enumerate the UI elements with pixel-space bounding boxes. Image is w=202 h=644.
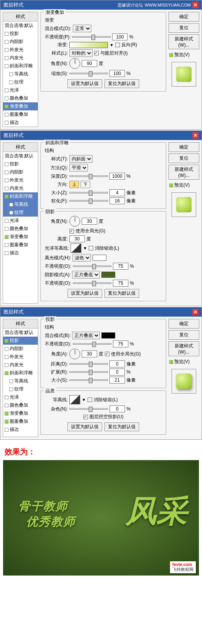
- reverse-checkbox[interactable]: [115, 43, 120, 47]
- sidebar-item[interactable]: 光泽: [3, 393, 38, 401]
- blend-mode-select[interactable]: 正片叠底: [72, 332, 100, 339]
- sidebar-item[interactable]: 斜面和浮雕: [3, 62, 38, 70]
- checkbox-icon[interactable]: [5, 227, 8, 231]
- shadow-mode-select[interactable]: 正片叠底: [72, 271, 100, 279]
- antialias-checkbox[interactable]: [89, 246, 93, 250]
- sidebar-item[interactable]: 投影: [3, 30, 38, 38]
- cancel-button[interactable]: 复位: [168, 330, 199, 340]
- sidebar-item[interactable]: 颜色叠加: [3, 94, 38, 102]
- opacity-slider[interactable]: [72, 36, 111, 38]
- reset-default-button[interactable]: 复位为默认值: [104, 422, 139, 431]
- sidebar-item[interactable]: 纹理: [3, 385, 38, 393]
- global-light-checkbox[interactable]: [69, 229, 74, 234]
- sidebar-item[interactable]: 图案叠加: [3, 417, 38, 425]
- direction-up[interactable]: 上: [69, 181, 79, 188]
- sidebar-item[interactable]: 斜面和浮雕: [3, 369, 38, 377]
- sidebar-item[interactable]: 内阴影: [3, 168, 38, 176]
- noise-slider[interactable]: [69, 408, 108, 410]
- cancel-button[interactable]: 复位: [168, 153, 199, 163]
- shadow-color[interactable]: [101, 332, 115, 339]
- style-select[interactable]: 对称的: [69, 49, 93, 57]
- size-input[interactable]: [109, 377, 125, 384]
- checkbox-icon[interactable]: [5, 251, 8, 255]
- checkbox-icon[interactable]: [5, 162, 8, 166]
- sidebar-item[interactable]: 内发光: [3, 184, 38, 192]
- opacity-input[interactable]: [113, 340, 128, 347]
- sidebar-item[interactable]: 光泽: [3, 217, 38, 225]
- reset-default-button[interactable]: 复位为默认值: [104, 289, 139, 298]
- sidebar-item[interactable]: 渐变叠加: [3, 102, 38, 110]
- checkbox-icon[interactable]: [5, 355, 8, 359]
- checkbox-icon[interactable]: [5, 339, 8, 343]
- checkbox-icon[interactable]: [5, 48, 8, 52]
- checkbox-icon[interactable]: [5, 404, 8, 407]
- make-default-button[interactable]: 设置为默认值: [67, 422, 102, 431]
- checkbox-icon[interactable]: [5, 64, 8, 68]
- sidebar-item[interactable]: 光泽: [3, 86, 38, 94]
- distance-slider[interactable]: [69, 363, 108, 365]
- opacity-input[interactable]: [112, 33, 128, 40]
- checkbox-icon[interactable]: [9, 211, 13, 215]
- checkbox-icon[interactable]: [5, 121, 8, 125]
- reset-default-button[interactable]: 复位为默认值: [104, 79, 139, 88]
- checkbox-icon[interactable]: [9, 379, 13, 383]
- checkbox-icon[interactable]: [9, 203, 13, 207]
- global-light-checkbox[interactable]: [105, 352, 109, 356]
- checkbox-icon[interactable]: [5, 179, 8, 182]
- sidebar-item[interactable]: 纹理: [3, 78, 38, 86]
- sidebar-item[interactable]: 外发光: [3, 176, 38, 184]
- checkbox-icon[interactable]: [5, 347, 8, 351]
- spread-slider[interactable]: [69, 371, 108, 373]
- make-default-button[interactable]: 设置为默认值: [67, 79, 102, 88]
- scale-slider[interactable]: [69, 73, 108, 74]
- close-icon[interactable]: ✕: [192, 309, 199, 315]
- sidebar-item[interactable]: 图案叠加: [3, 110, 38, 118]
- distance-input[interactable]: [109, 360, 125, 367]
- new-style-button[interactable]: 新建样式(W)...: [168, 165, 199, 180]
- sidebar-item[interactable]: 内阴影: [3, 38, 38, 46]
- preview-checkbox[interactable]: [169, 184, 173, 187]
- soften-input[interactable]: [109, 197, 125, 204]
- spread-input[interactable]: [109, 369, 125, 375]
- sidebar-blending[interactable]: 混合选项:默认: [3, 22, 38, 30]
- sidebar-item[interactable]: 内阴影: [3, 345, 38, 353]
- sidebar-item[interactable]: 外发光: [3, 46, 38, 54]
- depth-slider[interactable]: [69, 175, 108, 177]
- sidebar-item[interactable]: 描边: [3, 425, 38, 434]
- angle-dial[interactable]: [69, 349, 80, 359]
- angle-input[interactable]: [82, 350, 97, 357]
- angle-dial[interactable]: [69, 58, 80, 69]
- highlight-mode-select[interactable]: 滤色: [72, 254, 91, 262]
- sidebar-item[interactable]: 图案叠加: [3, 241, 38, 249]
- sidebar-item[interactable]: 纹理: [3, 209, 38, 217]
- sidebar-item[interactable]: 渐变叠加: [3, 409, 38, 417]
- checkbox-icon[interactable]: [9, 387, 13, 391]
- checkbox-icon[interactable]: [5, 243, 8, 247]
- sh-opacity-input[interactable]: [113, 280, 128, 287]
- noise-input[interactable]: [109, 405, 125, 412]
- checkbox-icon[interactable]: [9, 80, 13, 84]
- sidebar-item[interactable]: 等高线: [3, 377, 38, 385]
- hl-opacity-slider[interactable]: [73, 265, 111, 267]
- ok-button[interactable]: 确定: [168, 142, 199, 152]
- checkbox-icon[interactable]: [5, 395, 8, 399]
- checkbox-icon[interactable]: [5, 88, 8, 92]
- sidebar-item[interactable]: 描边: [3, 249, 38, 257]
- checkbox-icon[interactable]: [5, 235, 8, 239]
- checkbox-icon[interactable]: [5, 40, 8, 44]
- bevel-style-select[interactable]: 内斜面: [69, 155, 93, 163]
- size-slider[interactable]: [69, 192, 108, 194]
- angle-input[interactable]: [82, 60, 97, 67]
- checkbox-icon[interactable]: [5, 56, 8, 60]
- sidebar-blending[interactable]: 混合选项:默认: [3, 329, 38, 337]
- checkbox-icon[interactable]: [5, 363, 8, 367]
- checkbox-icon[interactable]: [5, 105, 8, 108]
- direction-down[interactable]: 下: [81, 181, 90, 188]
- depth-input[interactable]: [109, 173, 125, 180]
- antialias-checkbox[interactable]: [88, 397, 92, 402]
- hl-opacity-input[interactable]: [113, 263, 128, 270]
- sh-opacity-slider[interactable]: [73, 282, 111, 284]
- technique-select[interactable]: 平滑: [69, 164, 88, 172]
- new-style-button[interactable]: 新建样式(W)...: [168, 34, 199, 49]
- sidebar-item[interactable]: 内发光: [3, 361, 38, 369]
